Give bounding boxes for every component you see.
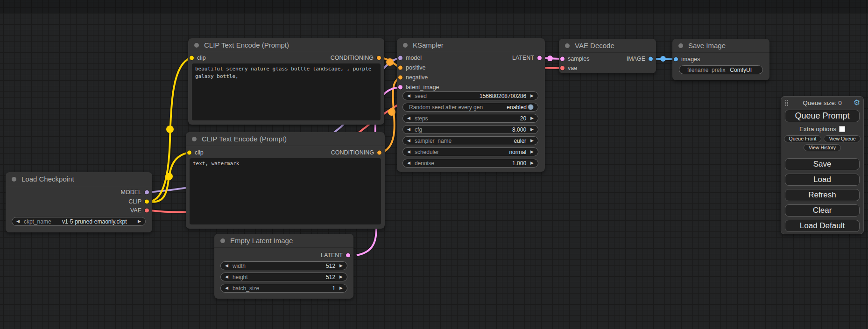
collapse-dot-icon[interactable] <box>678 43 683 48</box>
positive-input-port[interactable] <box>398 65 403 70</box>
next-arrow-icon[interactable]: ▶ <box>530 150 534 154</box>
node-title-bar[interactable]: Load Checkpoint <box>6 172 152 186</box>
prev-arrow-icon[interactable]: ◀ <box>225 286 228 290</box>
positive-prompt-textarea[interactable]: beautiful scenery nature glass bottle la… <box>192 63 381 120</box>
prev-arrow-icon[interactable]: ◀ <box>407 161 410 165</box>
model-input-port[interactable] <box>398 56 403 61</box>
clear-button[interactable]: Clear <box>785 204 860 217</box>
prev-arrow-icon[interactable]: ◀ <box>407 94 410 98</box>
batch-size-widget[interactable]: ◀ batch_size 1 ▶ <box>220 284 347 293</box>
ckpt-name-widget[interactable]: ◀ ckpt_name v1-5-pruned-emaonly.ckpt ▶ <box>12 217 146 226</box>
clip-input-port[interactable] <box>187 150 192 155</box>
node-vae-decode[interactable]: VAE Decode samples IMAGE vae <box>559 39 656 73</box>
vae-input-port[interactable] <box>560 66 565 71</box>
prev-arrow-icon[interactable]: ◀ <box>407 150 410 154</box>
output-row-clip: CLIP <box>6 197 152 206</box>
settings-gear-icon[interactable]: ⚙ <box>854 98 860 107</box>
next-arrow-icon[interactable]: ▶ <box>530 116 534 120</box>
cfg-widget[interactable]: ◀ cfg 8.000 ▶ <box>402 125 538 134</box>
next-arrow-icon[interactable]: ▶ <box>530 94 534 98</box>
collapse-dot-icon[interactable] <box>565 43 570 48</box>
samples-input-port[interactable] <box>560 56 565 62</box>
view-queue-button[interactable]: View Queue <box>824 135 861 142</box>
scheduler-widget[interactable]: ◀ scheduler normal ▶ <box>402 147 538 156</box>
steps-widget[interactable]: ◀ steps 20 ▶ <box>402 114 538 123</box>
conditioning-output-port[interactable] <box>377 150 382 155</box>
node-title-bar[interactable]: CLIP Text Encode (Prompt) <box>188 38 384 52</box>
drag-handle-icon[interactable] <box>785 99 789 106</box>
next-arrow-icon[interactable]: ▶ <box>339 286 343 290</box>
node-title-bar[interactable]: KSampler <box>397 38 545 52</box>
port-row-samples: samples IMAGE <box>559 55 656 63</box>
prev-arrow-icon[interactable]: ◀ <box>225 275 228 279</box>
prev-arrow-icon[interactable]: ◀ <box>407 139 410 143</box>
collapse-dot-icon[interactable] <box>194 43 199 48</box>
height-widget[interactable]: ◀ height 512 ▶ <box>220 273 347 281</box>
latent-output-port[interactable] <box>537 56 542 61</box>
node-clip-text-encode-negative[interactable]: CLIP Text Encode (Prompt) clip CONDITION… <box>186 132 385 229</box>
images-input-port[interactable] <box>673 57 678 62</box>
random-seed-toggle-widget[interactable]: Random seed after every gen enabled <box>402 103 538 112</box>
node-title-bar[interactable]: VAE Decode <box>559 39 656 53</box>
conditioning-output-port[interactable] <box>376 56 381 61</box>
node-title-bar[interactable]: CLIP Text Encode (Prompt) <box>186 132 385 146</box>
sampler-name-widget[interactable]: ◀ sampler_name euler ▶ <box>402 136 538 145</box>
node-title: Load Checkpoint <box>21 175 74 183</box>
prev-arrow-icon[interactable]: ◀ <box>225 264 228 268</box>
node-title: KSampler <box>413 41 444 49</box>
node-clip-text-encode-positive[interactable]: CLIP Text Encode (Prompt) clip CONDITION… <box>188 38 384 125</box>
port-row-negative: negative <box>397 73 545 82</box>
latent-output-port[interactable] <box>346 253 351 258</box>
clip-input-port[interactable] <box>189 56 194 61</box>
output-row-vae: VAE <box>6 206 152 215</box>
collapse-dot-icon[interactable] <box>192 137 197 141</box>
image-output-port[interactable] <box>648 56 653 62</box>
node-ksampler[interactable]: KSampler model LATENT positive negative … <box>397 38 545 172</box>
port-row-positive: positive <box>397 63 545 72</box>
collapse-dot-icon[interactable] <box>403 43 408 48</box>
node-title-bar[interactable]: Empty Latent Image <box>214 234 353 248</box>
collapse-dot-icon[interactable] <box>220 238 225 243</box>
next-arrow-icon[interactable]: ▶ <box>339 264 343 268</box>
clip-output-port[interactable] <box>144 199 149 204</box>
node-title: CLIP Text Encode (Prompt) <box>204 41 289 49</box>
model-output-port[interactable] <box>144 190 149 195</box>
node-empty-latent-image[interactable]: Empty Latent Image LATENT ◀ width 512 ▶ … <box>214 234 353 299</box>
port-row: clip CONDITIONING <box>188 54 384 62</box>
vae-output-port[interactable] <box>144 208 149 213</box>
collapse-dot-icon[interactable] <box>12 177 16 182</box>
width-widget[interactable]: ◀ width 512 ▶ <box>220 261 347 270</box>
queue-size-label: Queue size: 0 <box>781 99 863 106</box>
prev-arrow-icon[interactable]: ◀ <box>407 127 410 132</box>
prev-arrow-icon[interactable]: ◀ <box>16 219 20 224</box>
load-button[interactable]: Load <box>785 174 860 186</box>
latent-image-input-port[interactable] <box>398 85 403 90</box>
node-load-checkpoint[interactable]: Load Checkpoint MODEL CLIP VAE ◀ ckpt_na… <box>6 172 152 232</box>
node-title-bar[interactable]: Save Image <box>672 39 769 53</box>
next-arrow-icon[interactable]: ▶ <box>339 275 343 279</box>
comfy-menu-panel: Queue size: 0 ⚙ Queue Prompt Extra optio… <box>781 96 864 234</box>
negative-input-port[interactable] <box>398 75 403 80</box>
output-row-model: MODEL <box>6 188 152 196</box>
filename-prefix-widget[interactable]: filename_prefix ComfyUI <box>679 65 763 74</box>
extra-options-checkbox[interactable] <box>839 126 845 132</box>
negative-prompt-textarea[interactable]: text, watermark <box>190 158 381 224</box>
next-arrow-icon[interactable]: ▶ <box>530 127 534 132</box>
node-save-image[interactable]: Save Image images filename_prefix ComfyU… <box>672 39 769 80</box>
load-default-button[interactable]: Load Default <box>785 220 860 232</box>
view-history-button[interactable]: View History <box>804 144 841 151</box>
denoise-widget[interactable]: ◀ denoise 1.000 ▶ <box>402 159 538 168</box>
next-arrow-icon[interactable]: ▶ <box>138 219 141 224</box>
queue-prompt-button[interactable]: Queue Prompt <box>785 110 860 122</box>
prev-arrow-icon[interactable]: ◀ <box>407 116 410 120</box>
port-row: clip CONDITIONING <box>186 148 385 157</box>
node-title: Empty Latent Image <box>230 237 293 245</box>
seed-widget[interactable]: ◀ seed 156680208700286 ▶ <box>402 91 538 100</box>
next-arrow-icon[interactable]: ▶ <box>530 161 534 165</box>
next-arrow-icon[interactable]: ▶ <box>530 139 534 143</box>
port-row-images: images <box>672 55 769 63</box>
refresh-button[interactable]: Refresh <box>785 189 860 201</box>
save-button[interactable]: Save <box>785 158 860 170</box>
queue-front-button[interactable]: Queue Front <box>784 135 822 142</box>
toggle-knob-icon[interactable] <box>528 104 534 110</box>
